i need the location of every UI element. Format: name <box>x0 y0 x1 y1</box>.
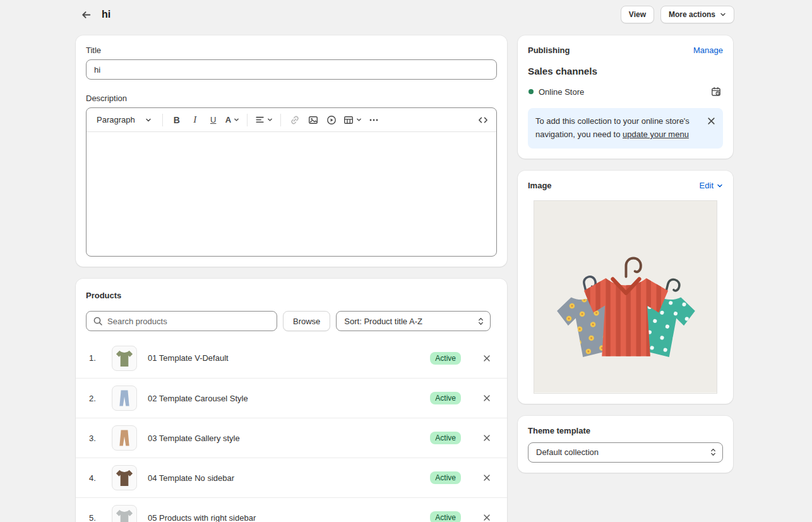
product-row: 1. 01 Template V-Default Active <box>76 338 507 378</box>
products-card: Products Browse Sort: Product title A-Z <box>76 279 507 522</box>
pants-icon <box>113 427 136 449</box>
view-button[interactable]: View <box>621 6 654 23</box>
edit-image-button[interactable]: Edit <box>700 181 723 190</box>
title-label: Title <box>86 46 497 55</box>
pants-icon <box>113 387 136 410</box>
product-thumbnail <box>112 465 137 490</box>
link-icon <box>290 115 300 125</box>
sort-select-value: Sort: Product title A-Z <box>344 317 422 326</box>
alignment-button[interactable] <box>253 111 275 129</box>
code-view-button[interactable] <box>474 111 492 129</box>
channel-row: Online Store <box>528 85 723 99</box>
shirt-icon <box>113 506 136 522</box>
publishing-card: Publishing Manage Sales channels Online … <box>518 35 733 159</box>
paragraph-style-select[interactable]: Paragraph <box>91 111 157 129</box>
italic-button[interactable]: I <box>186 111 204 129</box>
edit-image-label: Edit <box>700 181 713 190</box>
toolbar-divider <box>247 114 248 126</box>
more-formatting-button[interactable] <box>365 111 383 129</box>
insert-link-button[interactable] <box>286 111 304 129</box>
shirt-icon <box>113 466 136 489</box>
search-icon <box>93 316 103 326</box>
remove-product-button[interactable] <box>478 469 496 487</box>
close-icon <box>483 355 491 362</box>
image-card: Image Edit <box>518 171 733 403</box>
theme-template-heading: Theme template <box>528 426 723 435</box>
remove-product-button[interactable] <box>478 509 496 522</box>
insert-image-button[interactable] <box>304 111 322 129</box>
browse-button[interactable]: Browse <box>283 311 330 331</box>
ellipsis-icon <box>369 115 379 125</box>
italic-icon: I <box>193 114 196 125</box>
text-color-button[interactable]: A <box>223 111 242 129</box>
product-name-link[interactable]: 05 Products with right sidebar <box>148 513 430 522</box>
calendar-clock-icon <box>711 87 721 97</box>
status-badge: Active <box>430 471 461 484</box>
product-thumbnail <box>112 505 137 522</box>
underline-button[interactable]: U <box>205 111 222 129</box>
arrow-left-icon <box>81 9 92 20</box>
product-search-box <box>86 311 277 331</box>
toolbar-divider <box>162 114 163 126</box>
close-icon <box>707 117 715 125</box>
chevron-down-icon <box>717 183 723 189</box>
text-color-icon: A <box>225 115 231 124</box>
shirt-icon <box>113 347 136 370</box>
description-editor: Paragraph B I U A <box>86 107 497 257</box>
row-index: 4. <box>89 473 104 483</box>
product-name-link[interactable]: 03 Template Gallery style <box>148 434 430 443</box>
bold-button[interactable]: B <box>168 111 186 129</box>
row-index: 1. <box>89 353 104 363</box>
product-name-link[interactable]: 02 Template Carousel Style <box>148 394 430 403</box>
title-input[interactable] <box>86 59 497 80</box>
more-actions-button[interactable]: More actions <box>660 6 734 23</box>
image-icon <box>308 115 318 125</box>
search-products-input[interactable] <box>107 317 270 326</box>
remove-product-button[interactable] <box>478 349 496 367</box>
toolbar-divider <box>280 114 281 126</box>
theme-template-select[interactable]: Default collection <box>528 442 723 463</box>
shirts-illustration <box>534 201 717 392</box>
paragraph-style-label: Paragraph <box>97 115 135 124</box>
status-badge: Active <box>430 432 461 444</box>
insert-video-button[interactable] <box>323 111 340 129</box>
underline-icon: U <box>210 115 216 124</box>
remove-product-button[interactable] <box>478 429 496 447</box>
schedule-publish-button[interactable] <box>709 85 723 99</box>
view-button-label: View <box>629 10 646 19</box>
status-badge: Active <box>430 511 461 522</box>
play-icon <box>326 115 337 125</box>
channel-name: Online Store <box>539 87 704 97</box>
browse-button-label: Browse <box>293 317 320 326</box>
product-row: 5. 05 Products with right sidebar Active <box>76 497 507 522</box>
product-name-link[interactable]: 01 Template V-Default <box>148 353 430 363</box>
chevron-down-icon <box>267 117 273 123</box>
manage-link[interactable]: Manage <box>693 46 723 55</box>
close-icon <box>483 514 491 521</box>
theme-template-card: Theme template Default collection <box>518 416 733 473</box>
insert-table-button[interactable] <box>341 111 364 129</box>
sort-select[interactable]: Sort: Product title A-Z <box>336 311 491 331</box>
product-thumbnail <box>112 385 137 411</box>
close-icon <box>483 394 491 402</box>
banner-close-button[interactable] <box>703 112 719 129</box>
row-index: 2. <box>89 394 104 403</box>
updown-chevron-icon <box>710 447 717 457</box>
product-name-link[interactable]: 04 Template No sidebar <box>148 473 430 483</box>
product-list: 1. 01 Template V-Default Active 2. 0 <box>76 338 507 522</box>
table-icon <box>343 115 354 125</box>
back-button[interactable] <box>77 6 95 23</box>
description-text-area[interactable] <box>87 132 496 256</box>
info-banner: To add this collection to your online st… <box>528 108 723 149</box>
remove-product-button[interactable] <box>478 389 496 407</box>
align-left-icon <box>255 115 265 124</box>
status-badge: Active <box>430 352 461 365</box>
products-heading: Products <box>86 291 497 300</box>
code-icon <box>478 115 488 125</box>
close-icon <box>483 474 491 482</box>
product-row: 4. 04 Template No sidebar Active <box>76 458 507 497</box>
product-row: 3. 03 Template Gallery style Active <box>76 418 507 458</box>
chevron-down-icon <box>234 117 239 123</box>
update-menu-link[interactable]: update your menu <box>623 130 689 139</box>
collection-image[interactable] <box>534 200 717 393</box>
